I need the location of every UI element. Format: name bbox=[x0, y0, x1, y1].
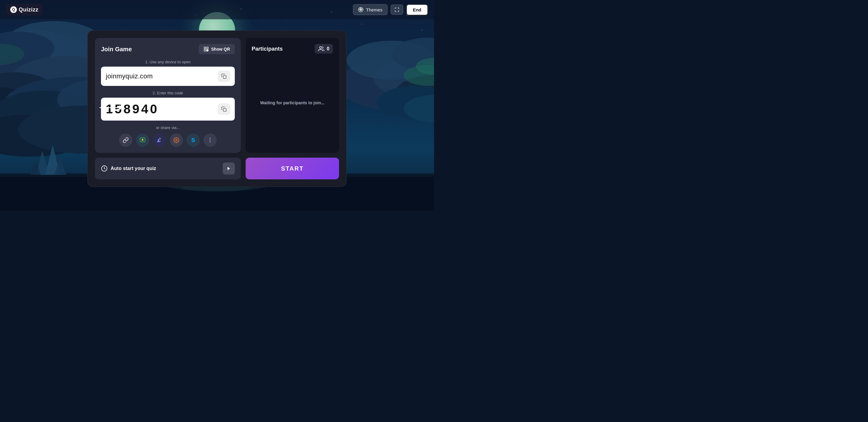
svg-rect-51 bbox=[207, 50, 208, 51]
copy-code-button[interactable] bbox=[218, 104, 230, 115]
participants-panel: Participants 0 Waiting for participants … bbox=[246, 38, 339, 153]
step1-label: 1. Use any device to open bbox=[101, 60, 235, 64]
join-title: Join Game bbox=[101, 46, 132, 53]
logo-text: Quizizz bbox=[19, 7, 38, 13]
svg-point-39 bbox=[361, 8, 361, 9]
svg-point-38 bbox=[360, 9, 360, 9]
svg-rect-46 bbox=[207, 47, 208, 49]
participant-count-badge: 0 bbox=[315, 44, 333, 54]
classroom-share-icon bbox=[140, 137, 146, 143]
end-button[interactable]: End bbox=[406, 4, 428, 16]
skype-letter: S bbox=[191, 137, 195, 143]
show-qr-label: Show QR bbox=[211, 47, 230, 52]
url-value: joinmyquiz.com bbox=[106, 72, 153, 80]
svg-point-58 bbox=[210, 140, 211, 141]
logo: Q Quizizz bbox=[6, 4, 43, 16]
modal-inner: Join Game Show QR 1. Use any device to o… bbox=[95, 38, 339, 153]
svg-rect-48 bbox=[207, 50, 207, 50]
logo-icon: Q bbox=[10, 6, 17, 13]
copy-code-icon bbox=[221, 107, 227, 112]
join-panel: Join Game Show QR 1. Use any device to o… bbox=[95, 38, 241, 153]
svg-point-55 bbox=[142, 139, 144, 141]
svg-marker-62 bbox=[227, 167, 230, 170]
share-link-button[interactable] bbox=[119, 133, 132, 147]
share-teams-button[interactable] bbox=[153, 133, 166, 147]
url-field: joinmyquiz.com bbox=[101, 67, 235, 86]
copy-url-button[interactable] bbox=[218, 71, 230, 82]
svg-point-33 bbox=[361, 24, 362, 24]
svg-point-42 bbox=[360, 10, 361, 10]
participants-icon bbox=[318, 46, 324, 52]
participants-title: Participants bbox=[252, 46, 283, 52]
end-label: End bbox=[413, 7, 421, 12]
share-skype-button[interactable]: S bbox=[187, 133, 200, 147]
participant-count: 0 bbox=[327, 46, 330, 52]
share-icons-row: S bbox=[101, 133, 235, 147]
themes-button[interactable]: Themes bbox=[353, 4, 387, 15]
svg-point-56 bbox=[176, 139, 177, 141]
svg-point-41 bbox=[361, 10, 362, 10]
svg-rect-53 bbox=[223, 109, 226, 112]
play-icon-container bbox=[223, 162, 235, 175]
svg-point-35 bbox=[422, 30, 422, 30]
arrow-svg bbox=[99, 104, 124, 111]
join-panel-header: Join Game Show QR bbox=[101, 44, 235, 54]
navbar-actions: Themes End bbox=[353, 4, 428, 16]
share-settings-button[interactable] bbox=[170, 133, 183, 147]
clock-icon bbox=[101, 165, 107, 172]
palette-icon bbox=[358, 7, 364, 12]
bottom-bar: Auto start your quiz START bbox=[95, 158, 339, 179]
show-qr-button[interactable]: Show QR bbox=[198, 44, 235, 54]
navbar: Q Quizizz Themes End bbox=[0, 0, 434, 19]
qr-icon bbox=[204, 47, 209, 52]
waiting-message: Waiting for participants to join... bbox=[260, 100, 324, 105]
copy-icon bbox=[221, 73, 227, 79]
participants-header: Participants 0 bbox=[252, 44, 333, 54]
main-modal: Join Game Show QR 1. Use any device to o… bbox=[87, 30, 347, 187]
svg-rect-49 bbox=[207, 50, 208, 50]
waiting-text: Waiting for participants to join... bbox=[252, 58, 333, 147]
arrow-pointer bbox=[99, 104, 124, 111]
share-more-button[interactable] bbox=[204, 133, 217, 147]
svg-point-40 bbox=[361, 9, 362, 9]
start-button[interactable]: START bbox=[246, 158, 339, 179]
svg-rect-45 bbox=[204, 47, 206, 49]
svg-marker-44 bbox=[119, 105, 124, 110]
svg-point-60 bbox=[319, 47, 321, 49]
fullscreen-button[interactable] bbox=[391, 4, 403, 15]
svg-point-57 bbox=[210, 138, 211, 139]
svg-point-59 bbox=[210, 141, 211, 142]
themes-label: Themes bbox=[366, 7, 382, 12]
share-label: or share via... bbox=[101, 125, 235, 130]
auto-start-left: Auto start your quiz bbox=[101, 165, 156, 172]
step2-label: 2. Enter this code bbox=[101, 91, 235, 95]
fullscreen-icon bbox=[395, 7, 399, 12]
svg-rect-52 bbox=[223, 76, 226, 79]
link-share-icon bbox=[123, 137, 129, 143]
gear-share-icon bbox=[173, 137, 179, 143]
svg-rect-47 bbox=[204, 50, 206, 51]
share-classroom-button[interactable] bbox=[136, 133, 149, 147]
start-label: START bbox=[281, 165, 304, 172]
auto-start-label: Auto start your quiz bbox=[111, 166, 156, 171]
auto-start-button[interactable]: Auto start your quiz bbox=[95, 158, 241, 179]
teams-share-icon bbox=[156, 137, 162, 143]
play-icon bbox=[227, 167, 231, 171]
more-icon bbox=[207, 137, 213, 143]
svg-rect-50 bbox=[207, 50, 207, 51]
